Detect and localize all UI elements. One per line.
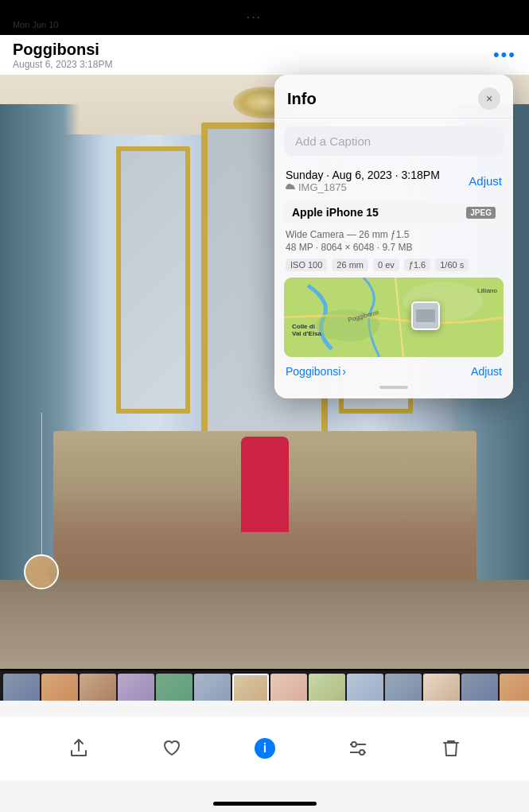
adjust-button-date[interactable]: Adjust: [469, 174, 502, 188]
exif-mm: 26 mm: [332, 258, 368, 271]
album-date: August 6, 2023 3:18PM: [13, 59, 112, 70]
location-link[interactable]: Poggibonsi ›: [286, 365, 346, 378]
share-icon: [68, 738, 89, 759]
specs-row-2: 48 MP · 8064 × 6048 · 9.7 MB: [286, 242, 502, 253]
info-header: Info ×: [274, 75, 513, 118]
svg-point-1: [32, 573, 51, 588]
map-label-lilliano: Lilliano: [477, 287, 497, 294]
drag-handle: [379, 386, 408, 389]
heart-button[interactable]: [154, 731, 189, 766]
info-button[interactable]: i: [247, 731, 282, 766]
status-center-dots: ···: [242, 10, 266, 25]
mirror-left: [116, 146, 190, 414]
top-bar: Poggibonsi August 6, 2023 3:18PM •••: [0, 35, 529, 75]
specs-row-1: Wide Camera — 26 mm ƒ1.5: [286, 229, 502, 240]
caption-input[interactable]: Add a Caption: [284, 126, 504, 156]
info-panel: Info × Add a Caption Sunday · Aug 6, 202…: [274, 75, 513, 398]
location-name: Poggibonsi: [286, 365, 340, 378]
info-icon: i: [254, 737, 276, 760]
person-face-circle[interactable]: [24, 554, 59, 589]
status-date: Mon Jun 10: [13, 20, 58, 29]
sliders-icon: [348, 738, 368, 759]
trash-icon: [441, 738, 461, 759]
format-badge: JPEG: [466, 207, 496, 219]
map-photo-thumbnail: [411, 301, 440, 330]
exif-iso: ISO 100: [286, 258, 327, 271]
person-circle-line: [41, 413, 42, 572]
exif-shutter: 1/60 s: [435, 258, 469, 271]
date-row: Sunday · Aug 6, 2023 · 3:18PM IMG_1875 A…: [274, 164, 513, 198]
battery-container: [467, 12, 487, 24]
status-icons: 100%: [449, 12, 516, 24]
delete-button[interactable]: [434, 731, 469, 766]
exif-ev: 0 ev: [373, 258, 399, 271]
svg-point-0: [35, 561, 48, 574]
person-in-photo: [241, 437, 289, 532]
camera-specs: Wide Camera — 26 mm ƒ1.5 48 MP · 8064 × …: [274, 227, 513, 257]
status-bar: 9:41 Mon Jun 10 ··· 100%: [0, 0, 529, 35]
svg-point-12: [360, 750, 364, 755]
floor: [0, 580, 529, 669]
battery-label: 100%: [492, 12, 516, 23]
status-time: 9:41: [13, 6, 58, 20]
device-row: Apple iPhone 15 JPEG: [284, 201, 504, 223]
adjust-button-map[interactable]: Adjust: [471, 365, 502, 378]
date-info: Sunday · Aug 6, 2023 · 3:18PM IMG_1875: [286, 169, 440, 193]
share-button[interactable]: [61, 731, 96, 766]
photo-date: Sunday · Aug 6, 2023 · 3:18PM: [286, 169, 440, 181]
heart-icon: [161, 738, 182, 759]
bottom-toolbar: i: [0, 717, 529, 780]
map-river-svg: [284, 278, 504, 357]
home-indicator[interactable]: [213, 802, 317, 806]
map-footer: Poggibonsi › Adjust: [274, 362, 513, 381]
device-name: Apple iPhone 15: [292, 206, 379, 219]
svg-text:i: i: [263, 741, 266, 755]
resolution-text: 48 MP · 8064 × 6048 · 9.7 MB: [286, 242, 413, 253]
info-panel-title: Info: [287, 90, 317, 108]
svg-point-10: [352, 742, 356, 747]
svg-rect-6: [416, 309, 435, 322]
wifi-icon: [449, 12, 462, 24]
adjust-button[interactable]: [340, 731, 375, 766]
photo-filename: IMG_1875: [286, 181, 440, 193]
location-chevron: ›: [342, 365, 346, 378]
album-info: Poggibonsi August 6, 2023 3:18PM: [13, 41, 112, 70]
more-options-button[interactable]: •••: [493, 45, 516, 65]
camera-spec-text: Wide Camera — 26 mm ƒ1.5: [286, 229, 409, 240]
exif-row: ISO 100 26 mm 0 ev ƒ1.6 1/60 s: [274, 257, 513, 273]
map-label-colle-di-val: Colle diVal d'Elsa: [292, 324, 321, 338]
cloud-icon: [286, 183, 295, 192]
album-title: Poggibonsi: [13, 41, 112, 59]
info-close-button[interactable]: ×: [478, 87, 500, 110]
exif-aperture: ƒ1.6: [404, 258, 430, 271]
location-map[interactable]: Colle diVal d'Elsa Lilliano Poggibonsi: [284, 278, 504, 357]
